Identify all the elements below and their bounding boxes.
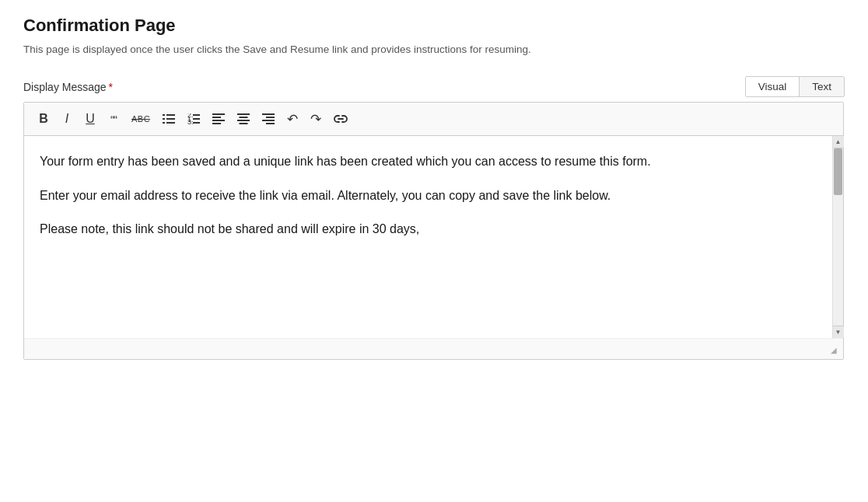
editor-text-content[interactable]: Your form entry has been saved and a uni… bbox=[24, 136, 832, 338]
editor-footer: ◢ bbox=[24, 338, 843, 359]
align-right-button[interactable] bbox=[257, 109, 279, 129]
scrollbar-down-arrow[interactable]: ▼ bbox=[833, 326, 844, 338]
unordered-list-button[interactable] bbox=[158, 109, 180, 129]
undo-button[interactable]: ↶ bbox=[282, 109, 303, 129]
svg-rect-9 bbox=[193, 118, 200, 120]
align-center-button[interactable] bbox=[233, 109, 254, 129]
editor-scrollbar[interactable]: ▲ ▼ bbox=[832, 136, 843, 338]
svg-rect-19 bbox=[240, 123, 248, 124]
align-left-button[interactable] bbox=[208, 109, 229, 129]
bold-button[interactable]: B bbox=[33, 109, 54, 129]
page-title: Confirmation Page bbox=[23, 16, 845, 36]
display-message-field-row: Display Message* Visual Text bbox=[23, 76, 845, 97]
italic-button[interactable]: I bbox=[57, 109, 77, 129]
display-message-label: Display Message* bbox=[23, 76, 113, 93]
svg-rect-22 bbox=[262, 120, 275, 121]
link-button[interactable] bbox=[329, 109, 352, 129]
paragraph-1: Your form entry has been saved and a uni… bbox=[40, 152, 817, 172]
svg-rect-21 bbox=[266, 117, 275, 118]
paragraph-3: Please note, this link should not be sha… bbox=[40, 219, 817, 239]
view-toggle-group: Visual Text bbox=[745, 76, 845, 97]
resize-icon: ◢ bbox=[831, 346, 837, 354]
strikethrough-button[interactable]: ABC bbox=[127, 109, 155, 129]
svg-rect-11 bbox=[193, 122, 200, 124]
paragraph-2: Enter your email address to receive the … bbox=[40, 186, 817, 206]
underline-button[interactable]: U bbox=[80, 109, 100, 129]
svg-rect-20 bbox=[262, 113, 275, 115]
editor-content-area: Your form entry has been saved and a uni… bbox=[24, 136, 843, 338]
page-description: This page is displayed once the user cli… bbox=[23, 42, 840, 58]
svg-rect-13 bbox=[212, 117, 221, 118]
svg-rect-18 bbox=[237, 120, 250, 121]
scrollbar-track[interactable] bbox=[833, 148, 843, 326]
editor-toolbar: B I U ““ ABC 1. 2. 3. bbox=[24, 103, 843, 136]
svg-rect-4 bbox=[163, 122, 165, 124]
svg-rect-14 bbox=[212, 120, 225, 121]
svg-rect-0 bbox=[163, 114, 165, 116]
svg-rect-15 bbox=[212, 123, 221, 124]
rich-text-editor: B I U ““ ABC 1. 2. 3. bbox=[23, 102, 844, 360]
svg-rect-16 bbox=[237, 113, 250, 115]
svg-text:3.: 3. bbox=[187, 118, 194, 124]
scrollbar-up-arrow[interactable]: ▲ bbox=[833, 136, 844, 148]
svg-rect-5 bbox=[166, 122, 175, 124]
svg-rect-17 bbox=[240, 117, 248, 118]
visual-tab[interactable]: Visual bbox=[746, 77, 800, 96]
redo-button[interactable]: ↷ bbox=[306, 109, 326, 129]
blockquote-button[interactable]: ““ bbox=[103, 109, 124, 129]
svg-rect-12 bbox=[212, 113, 225, 115]
text-tab[interactable]: Text bbox=[800, 77, 844, 96]
svg-rect-2 bbox=[163, 118, 165, 120]
svg-rect-3 bbox=[166, 118, 175, 120]
svg-rect-7 bbox=[193, 114, 200, 116]
svg-rect-1 bbox=[166, 114, 175, 116]
ordered-list-button[interactable]: 1. 2. 3. bbox=[183, 109, 205, 129]
svg-rect-23 bbox=[266, 123, 275, 124]
required-indicator: * bbox=[109, 81, 113, 93]
scrollbar-thumb[interactable] bbox=[834, 148, 842, 195]
